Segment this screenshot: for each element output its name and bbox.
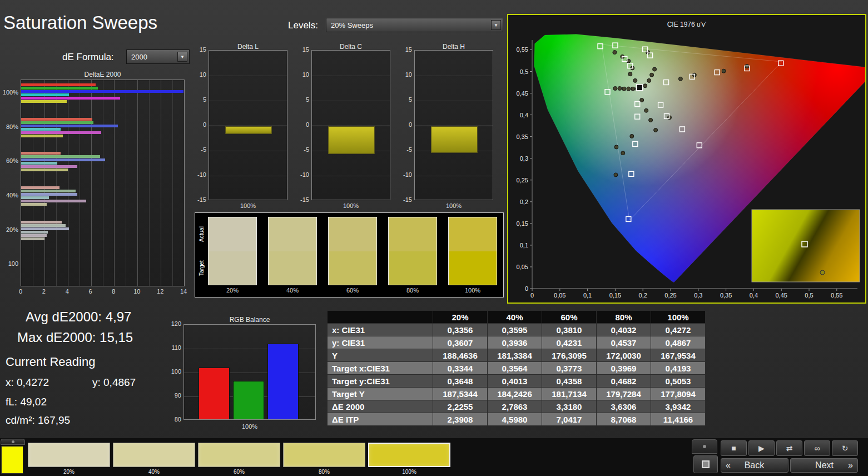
target-color-half (389, 251, 437, 285)
de-formula-dropdown[interactable]: 2000 ▼ (126, 49, 190, 64)
y-tick-label: 5 (191, 96, 206, 103)
measurement-point (650, 73, 654, 77)
loop-button[interactable]: ↻ (832, 440, 858, 456)
x-tick-label: 0,15 (609, 292, 621, 299)
swatch-level-label: 100% (448, 287, 497, 294)
x-tick-label: 0 (15, 288, 26, 295)
row-label: Target Y (328, 388, 433, 400)
actual-color-half (449, 217, 497, 251)
y-tick-label: 0 (294, 121, 309, 128)
measurement-point (631, 87, 635, 91)
x-tick-label: 0,05 (554, 292, 566, 299)
table-cell: 0,4032 (597, 324, 651, 336)
patch-button-40%[interactable] (113, 443, 195, 467)
table-cell: 172,0030 (597, 349, 651, 362)
table-row: x: CIE310,33560,35950,38100,40320,4272 (328, 324, 706, 336)
y-tick-label: 5 (397, 96, 412, 103)
measurement-point (621, 151, 625, 155)
x-tick-label: 0,5 (805, 292, 813, 299)
x-tick-label: 8 (108, 288, 119, 295)
back-button[interactable]: « Back (721, 458, 788, 473)
continuous-button[interactable]: ∞ (804, 440, 830, 456)
patch-button-60%[interactable] (198, 443, 280, 467)
rgb-balance-title: RGB Balance (183, 316, 316, 324)
y-tick-label: 80% (0, 123, 18, 131)
deltae-bar (21, 158, 105, 161)
table-row: ΔE 20002,22552,78633,31803,63063,9342 (328, 400, 706, 413)
measurement-point (613, 87, 617, 91)
table-cell: 8,7068 (597, 413, 651, 426)
reading-x: x: 0,4272 (6, 376, 49, 389)
patch-button-20%[interactable] (28, 443, 110, 467)
play-icon: ▶ (758, 444, 765, 453)
deltae-chart-title: DeltaE 2000 (21, 71, 185, 78)
swatch-level-label: 40% (268, 287, 317, 294)
y-tick-label: 0,4 (520, 112, 528, 118)
infinity-icon: ∞ (815, 444, 820, 453)
deltae-bar (21, 93, 69, 96)
measurement-point (633, 78, 637, 82)
pattern-window-button[interactable] (693, 455, 718, 473)
gridline (161, 80, 161, 286)
y-tick-label: 0,2 (520, 199, 528, 205)
play-button[interactable]: ▶ (748, 440, 775, 456)
actual-target-swatch (448, 217, 497, 285)
table-cell: 0,4682 (597, 375, 651, 388)
y-tick-label: -10 (191, 171, 206, 178)
step-button[interactable]: ⇄ (776, 440, 802, 456)
table-cell: 177,8094 (651, 388, 706, 400)
delta-bar (225, 126, 272, 134)
table-cell: 4,5980 (488, 413, 542, 426)
stop-button[interactable]: ■ (721, 440, 747, 456)
table-cell: 0,4272 (651, 324, 706, 336)
y-tick-label: 0,25 (517, 177, 528, 184)
x-axis-label: 100% (414, 202, 493, 210)
x-tick-label: 0,45 (775, 292, 787, 299)
dock-dot-icon (12, 440, 14, 443)
x-axis-label: 100% (209, 202, 287, 210)
measurement-point (653, 67, 657, 71)
x-tick-label: 0,2 (639, 292, 647, 299)
patch-label: 80% (283, 469, 365, 475)
chevron-right-icon: » (848, 460, 853, 470)
next-button[interactable]: Next » (790, 458, 858, 473)
deltae-bar (21, 155, 100, 158)
deltae-bar (21, 152, 61, 155)
target-color-half (329, 251, 376, 285)
table-cell: 167,9534 (651, 349, 706, 362)
levels-dropdown[interactable]: 20% Sweeps ▼ (326, 18, 503, 32)
rgb-bar (267, 344, 299, 420)
table-cell: 176,3095 (542, 349, 597, 362)
table-cell: 0,4537 (597, 336, 651, 349)
x-tick-label: 0,35 (720, 292, 732, 299)
y-tick-label: 0,45 (517, 90, 528, 97)
patch-label: 60% (198, 469, 280, 475)
transport-dock-handle[interactable] (692, 439, 717, 454)
deltae-bar (21, 125, 118, 127)
measurement-point (678, 77, 682, 81)
delta-bar (431, 126, 478, 153)
x-axis-label: 100% (183, 423, 316, 430)
chevron-left-icon: « (726, 460, 731, 470)
measurement-point (640, 98, 644, 102)
table-header-cell: 60% (542, 311, 597, 324)
table-cell: 187,5344 (433, 388, 488, 400)
gridline (184, 80, 185, 286)
y-tick-label: 100 (0, 260, 18, 267)
y-tick-label: 40% (0, 192, 18, 199)
gridline (312, 101, 390, 101)
measurement-point (722, 69, 726, 73)
x-tick-label: 6 (85, 288, 96, 295)
inset-measurement-point (820, 270, 825, 275)
y-tick-label: -15 (191, 196, 206, 204)
row-label: Target y:CIE31 (328, 375, 433, 388)
left-dock-handle[interactable] (1, 439, 25, 445)
deltae-bar (21, 128, 61, 131)
gridline (149, 80, 150, 286)
y-tick-label: 0,5 (520, 68, 528, 75)
patch-button-100%[interactable] (368, 443, 450, 467)
levels-value: 20% Sweeps (331, 21, 373, 29)
patch-button-80%[interactable] (283, 443, 365, 467)
actual-color-half (389, 217, 437, 251)
x-tick-label: 0,55 (831, 292, 842, 299)
